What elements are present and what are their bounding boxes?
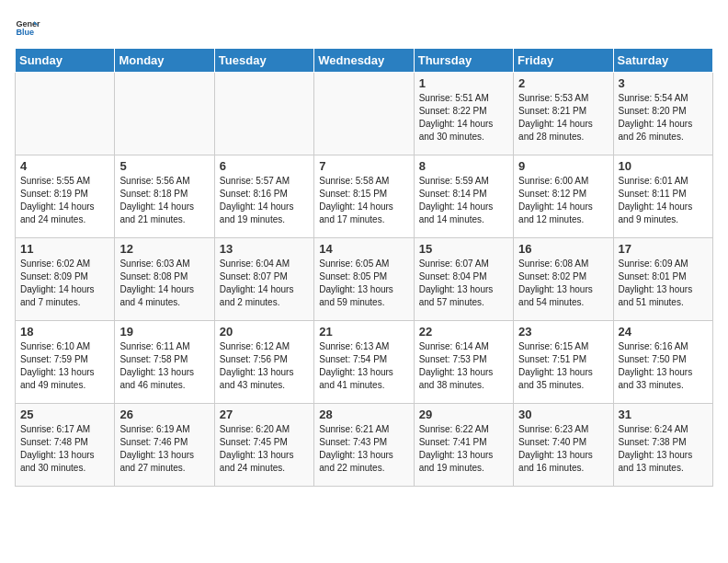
calendar-cell: 29Sunrise: 6:22 AM Sunset: 7:41 PM Dayli… — [414, 404, 513, 487]
day-number: 11 — [20, 242, 109, 256]
day-info: Sunrise: 6:05 AM Sunset: 8:05 PM Dayligh… — [319, 258, 408, 309]
calendar-cell: 12Sunrise: 6:03 AM Sunset: 8:08 PM Dayli… — [115, 238, 214, 321]
calendar-cell: 7Sunrise: 5:58 AM Sunset: 8:15 PM Daylig… — [314, 155, 414, 238]
day-info: Sunrise: 6:20 AM Sunset: 7:45 PM Dayligh… — [220, 423, 309, 475]
calendar-cell: 18Sunrise: 6:10 AM Sunset: 7:59 PM Dayli… — [16, 321, 115, 404]
calendar-cell: 10Sunrise: 6:01 AM Sunset: 8:11 PM Dayli… — [613, 155, 712, 238]
day-info: Sunrise: 6:12 AM Sunset: 7:56 PM Dayligh… — [220, 340, 309, 392]
day-info: Sunrise: 5:55 AM Sunset: 8:19 PM Dayligh… — [20, 175, 109, 226]
day-number: 26 — [119, 408, 209, 421]
calendar-cell — [115, 73, 214, 155]
calendar-cell: 11Sunrise: 6:02 AM Sunset: 8:09 PM Dayli… — [16, 238, 115, 321]
calendar-cell: 3Sunrise: 5:54 AM Sunset: 8:20 PM Daylig… — [613, 73, 712, 155]
day-number: 23 — [518, 325, 608, 339]
calendar-cell: 15Sunrise: 6:07 AM Sunset: 8:04 PM Dayli… — [414, 238, 513, 321]
calendar-cell: 4Sunrise: 5:55 AM Sunset: 8:19 PM Daylig… — [16, 155, 115, 238]
calendar-cell: 2Sunrise: 5:53 AM Sunset: 8:21 PM Daylig… — [514, 73, 613, 155]
weekday-header-monday: Monday — [115, 49, 214, 73]
day-number: 25 — [20, 408, 109, 421]
calendar-cell: 5Sunrise: 5:56 AM Sunset: 8:18 PM Daylig… — [115, 155, 214, 238]
day-info: Sunrise: 6:14 AM Sunset: 7:53 PM Dayligh… — [419, 340, 508, 392]
day-number: 12 — [119, 242, 209, 256]
day-number: 10 — [619, 159, 708, 173]
day-number: 27 — [220, 408, 309, 421]
day-number: 15 — [419, 242, 508, 256]
day-number: 20 — [220, 325, 309, 339]
svg-text:Blue: Blue — [16, 28, 34, 37]
day-number: 13 — [220, 242, 309, 256]
day-info: Sunrise: 6:24 AM Sunset: 7:38 PM Dayligh… — [619, 423, 708, 475]
day-info: Sunrise: 5:51 AM Sunset: 8:22 PM Dayligh… — [419, 92, 508, 144]
day-number: 9 — [518, 159, 608, 173]
day-info: Sunrise: 6:21 AM Sunset: 7:43 PM Dayligh… — [319, 423, 408, 475]
day-number: 29 — [419, 408, 508, 421]
day-info: Sunrise: 6:13 AM Sunset: 7:54 PM Dayligh… — [319, 340, 408, 392]
day-info: Sunrise: 5:57 AM Sunset: 8:16 PM Dayligh… — [220, 175, 309, 226]
weekday-header-thursday: Thursday — [414, 49, 513, 73]
day-info: Sunrise: 6:04 AM Sunset: 8:07 PM Dayligh… — [220, 258, 309, 309]
day-info: Sunrise: 6:01 AM Sunset: 8:11 PM Dayligh… — [619, 175, 708, 226]
calendar-cell: 20Sunrise: 6:12 AM Sunset: 7:56 PM Dayli… — [214, 321, 313, 404]
calendar-cell — [314, 73, 414, 155]
day-info: Sunrise: 6:09 AM Sunset: 8:01 PM Dayligh… — [619, 258, 708, 309]
day-info: Sunrise: 6:02 AM Sunset: 8:09 PM Dayligh… — [20, 258, 109, 309]
day-info: Sunrise: 6:22 AM Sunset: 7:41 PM Dayligh… — [419, 423, 508, 475]
day-number: 3 — [619, 76, 708, 90]
logo-icon: General Blue — [15, 15, 40, 40]
day-info: Sunrise: 5:59 AM Sunset: 8:14 PM Dayligh… — [419, 175, 508, 226]
day-number: 1 — [419, 76, 508, 90]
logo: General Blue — [15, 15, 44, 40]
day-number: 28 — [319, 408, 408, 421]
calendar-cell: 23Sunrise: 6:15 AM Sunset: 7:51 PM Dayli… — [514, 321, 613, 404]
calendar-cell: 8Sunrise: 5:59 AM Sunset: 8:14 PM Daylig… — [414, 155, 513, 238]
calendar-cell: 9Sunrise: 6:00 AM Sunset: 8:12 PM Daylig… — [514, 155, 613, 238]
day-info: Sunrise: 6:17 AM Sunset: 7:48 PM Dayligh… — [20, 423, 109, 475]
calendar-cell: 25Sunrise: 6:17 AM Sunset: 7:48 PM Dayli… — [16, 404, 115, 487]
calendar-cell: 17Sunrise: 6:09 AM Sunset: 8:01 PM Dayli… — [613, 238, 712, 321]
day-info: Sunrise: 6:00 AM Sunset: 8:12 PM Dayligh… — [518, 175, 608, 226]
day-info: Sunrise: 6:07 AM Sunset: 8:04 PM Dayligh… — [419, 258, 508, 309]
day-number: 8 — [419, 159, 508, 173]
day-info: Sunrise: 5:54 AM Sunset: 8:20 PM Dayligh… — [619, 92, 708, 144]
calendar-cell: 14Sunrise: 6:05 AM Sunset: 8:05 PM Dayli… — [314, 238, 414, 321]
day-number: 31 — [619, 408, 708, 421]
calendar-cell: 21Sunrise: 6:13 AM Sunset: 7:54 PM Dayli… — [314, 321, 414, 404]
day-number: 7 — [319, 159, 408, 173]
day-number: 21 — [319, 325, 408, 339]
day-info: Sunrise: 6:19 AM Sunset: 7:46 PM Dayligh… — [119, 423, 209, 475]
day-number: 17 — [619, 242, 708, 256]
weekday-header-tuesday: Tuesday — [214, 49, 313, 73]
calendar-table: SundayMondayTuesdayWednesdayThursdayFrid… — [15, 48, 713, 487]
day-info: Sunrise: 5:56 AM Sunset: 8:18 PM Dayligh… — [119, 175, 209, 226]
day-number: 22 — [419, 325, 508, 339]
day-number: 19 — [119, 325, 209, 339]
day-number: 5 — [119, 159, 209, 173]
calendar-cell: 24Sunrise: 6:16 AM Sunset: 7:50 PM Dayli… — [613, 321, 712, 404]
day-info: Sunrise: 6:11 AM Sunset: 7:58 PM Dayligh… — [119, 340, 209, 392]
day-info: Sunrise: 6:16 AM Sunset: 7:50 PM Dayligh… — [619, 340, 708, 392]
calendar-cell: 1Sunrise: 5:51 AM Sunset: 8:22 PM Daylig… — [414, 73, 513, 155]
calendar-cell: 13Sunrise: 6:04 AM Sunset: 8:07 PM Dayli… — [214, 238, 313, 321]
day-info: Sunrise: 6:10 AM Sunset: 7:59 PM Dayligh… — [20, 340, 109, 392]
calendar-cell: 6Sunrise: 5:57 AM Sunset: 8:16 PM Daylig… — [214, 155, 313, 238]
day-number: 24 — [619, 325, 708, 339]
day-number: 14 — [319, 242, 408, 256]
weekday-header-sunday: Sunday — [16, 49, 115, 73]
calendar-cell: 26Sunrise: 6:19 AM Sunset: 7:46 PM Dayli… — [115, 404, 214, 487]
day-info: Sunrise: 5:53 AM Sunset: 8:21 PM Dayligh… — [518, 92, 608, 144]
calendar-cell: 19Sunrise: 6:11 AM Sunset: 7:58 PM Dayli… — [115, 321, 214, 404]
calendar-cell: 28Sunrise: 6:21 AM Sunset: 7:43 PM Dayli… — [314, 404, 414, 487]
calendar-cell: 27Sunrise: 6:20 AM Sunset: 7:45 PM Dayli… — [214, 404, 313, 487]
svg-text:General: General — [16, 19, 40, 29]
day-number: 2 — [518, 76, 608, 90]
day-info: Sunrise: 6:03 AM Sunset: 8:08 PM Dayligh… — [119, 258, 209, 309]
calendar-cell: 30Sunrise: 6:23 AM Sunset: 7:40 PM Dayli… — [514, 404, 613, 487]
day-number: 6 — [220, 159, 309, 173]
calendar-cell: 16Sunrise: 6:08 AM Sunset: 8:02 PM Dayli… — [514, 238, 613, 321]
day-info: Sunrise: 6:23 AM Sunset: 7:40 PM Dayligh… — [518, 423, 608, 475]
weekday-header-friday: Friday — [514, 49, 613, 73]
day-number: 4 — [20, 159, 109, 173]
day-number: 16 — [518, 242, 608, 256]
calendar-cell — [16, 73, 115, 155]
day-number: 18 — [20, 325, 109, 339]
